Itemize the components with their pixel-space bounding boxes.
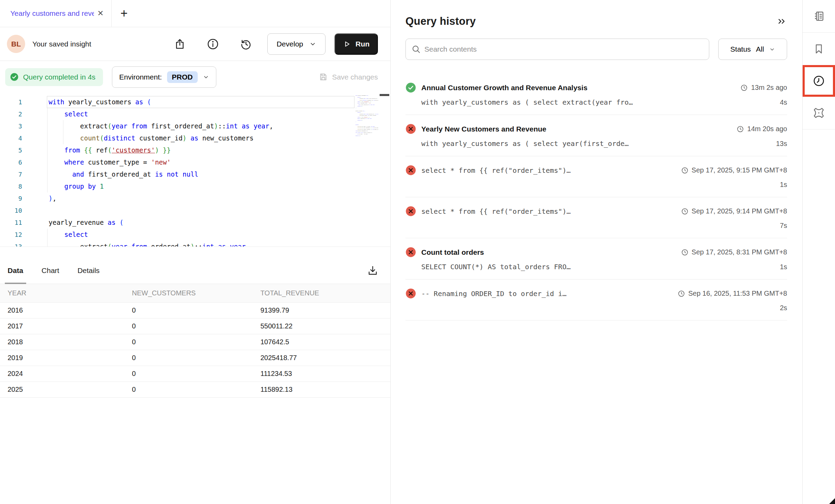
table-cell: 111234.53 [260, 370, 390, 378]
code-line: order by 1 [355, 135, 378, 136]
tab-data[interactable]: Data [8, 257, 23, 284]
query-history-item[interactable]: Annual Customer Growth and Revenue Analy… [405, 74, 787, 115]
new-tab-button[interactable]: + [112, 0, 136, 27]
check-circle-icon [10, 72, 19, 82]
line-number: 2 [0, 108, 22, 120]
clock-icon [678, 290, 685, 297]
code-text: from {{ ref('customers') }} [49, 144, 171, 156]
close-icon[interactable]: ✕ [97, 9, 104, 18]
code-line: 5 from {{ ref('customers') }} [0, 144, 390, 156]
table-cell: 2025 [0, 386, 132, 393]
tab-details[interactable]: Details [78, 257, 100, 284]
editor-scrollbar-thumb[interactable] [380, 94, 389, 96]
history-item-main-row: Yearly New Customers and Revenue14m 20s … [405, 124, 787, 134]
tab-label: Yearly customers and revenue [10, 9, 94, 18]
notebook-icon[interactable] [803, 0, 835, 32]
code-text: yearly_revenue as ( [49, 217, 123, 229]
query-history-item[interactable]: -- Renaming ORDER_ID to order_id i…Sep 1… [405, 280, 787, 321]
history-item-detail-row: 2s [405, 304, 787, 312]
table-cell: 115892.13 [260, 386, 390, 393]
panel-title: Query history [405, 15, 476, 28]
history-item-detail-row: with yearly_customers as ( select year(f… [405, 139, 787, 148]
splitter[interactable] [0, 247, 390, 257]
history-item-duration: 4s [780, 98, 787, 106]
clock-icon [681, 167, 689, 174]
code-text: ), [49, 192, 56, 204]
table-cell: 107642.5 [260, 338, 390, 346]
table-cell: 2018 [0, 338, 132, 346]
history-item-query: SELECT COUNT(*) AS total_orders FRO… [421, 263, 780, 271]
table-row: 20170550011.22 [0, 318, 390, 334]
query-history-item[interactable]: Count total ordersSep 17, 2025, 8:31 PM … [405, 238, 787, 280]
table-cell: 2024 [0, 370, 132, 378]
collapse-panel-icon[interactable] [777, 16, 787, 27]
status-filter-dropdown[interactable]: Status All [718, 39, 787, 60]
query-history-header: Query history [405, 15, 787, 28]
line-number: 3 [0, 120, 22, 132]
save-changes-button[interactable]: Save changes [319, 72, 378, 82]
history-item-detail-row: 1s [405, 181, 787, 189]
code-line: 2 select [0, 108, 390, 120]
code-text: where customer_type = 'new' [49, 156, 171, 168]
table-row: 2016091399.79 [0, 303, 390, 318]
query-history-list: Annual Customer Growth and Revenue Analy… [405, 74, 787, 321]
history-item-time: Sep 17, 2025, 8:31 PM GMT+8 [676, 248, 787, 256]
tab-chart[interactable]: Chart [42, 257, 59, 284]
right-rail [802, 0, 835, 504]
environment-label: Environment: [119, 73, 162, 81]
code-text: count(distinct customer_id) as new_custo… [49, 132, 254, 144]
tab-yearly-customers-and-revenue[interactable]: Yearly customers and revenue ✕ [0, 0, 112, 27]
share-icon[interactable] [174, 38, 186, 50]
line-number: 6 [0, 156, 22, 168]
toolbar-icon-group [174, 38, 252, 50]
history-item-time: 13m 2s ago [735, 84, 787, 92]
table-cell: 2019 [0, 354, 132, 362]
info-icon[interactable] [207, 38, 219, 50]
results-tab-bar: Data Chart Details [0, 257, 390, 284]
clock-icon [681, 249, 689, 256]
history-item-main-row: Count total ordersSep 17, 2025, 8:31 PM … [405, 247, 787, 258]
bookmark-icon[interactable] [803, 33, 835, 65]
save-changes-label: Save changes [332, 73, 378, 81]
code-text: ), [355, 107, 357, 108]
plus-icon: + [120, 6, 127, 21]
query-status-badge: Query completed in 4s [5, 68, 103, 86]
code-text: with yearly_customers as ( [49, 96, 151, 108]
history-item-duration: 1s [780, 263, 787, 271]
search-icon [411, 44, 421, 54]
table-row: 20240111234.53 [0, 366, 390, 382]
query-status-text: Query completed in 4s [23, 73, 95, 81]
code-line: 1with yearly_customers as ( [0, 96, 390, 108]
status-filter-value: All [756, 45, 764, 53]
history-item-detail-row: 7s [405, 222, 787, 230]
history-item-query: select * from {{ ref("order_items")… [421, 166, 670, 175]
table-cell: 0 [132, 306, 260, 314]
avatar: BL [7, 35, 25, 53]
editor-minimap[interactable]: with yearly_customers as ( select extrac… [355, 95, 378, 243]
dbt-icon[interactable] [803, 97, 835, 129]
clock-icon [736, 125, 744, 133]
code-text: and first_ordered_at is not null [49, 168, 198, 180]
code-text: extract(year from ordered_at)::int as ye… [49, 241, 250, 247]
line-number: 9 [0, 192, 22, 204]
table-cell: 0 [132, 386, 260, 393]
error-icon [405, 288, 416, 299]
version-history-icon[interactable] [240, 38, 252, 50]
clock-icon [740, 84, 748, 92]
query-history-item[interactable]: select * from {{ ref("order_items")…Sep … [405, 197, 787, 238]
query-history-item[interactable]: Yearly New Customers and Revenue14m 20s … [405, 115, 787, 156]
query-history-item[interactable]: select * from {{ ref("order_items")…Sep … [405, 156, 787, 197]
history-item-title: Yearly New Customers and Revenue [421, 125, 726, 133]
line-number: 8 [0, 180, 22, 192]
environment-selector[interactable]: Environment: PROD [112, 66, 216, 88]
sql-editor[interactable]: 1with yearly_customers as (2 select3 ext… [0, 93, 390, 247]
query-history-panel: Query history Status All Annual Customer… [391, 0, 802, 504]
error-icon [405, 206, 416, 217]
download-icon[interactable] [367, 265, 379, 276]
search-input[interactable] [405, 39, 709, 60]
history-item-query: with yearly_customers as ( select extrac… [421, 98, 780, 106]
run-button[interactable]: Run [334, 33, 378, 55]
query-history-icon[interactable] [803, 65, 835, 97]
line-number: 13 [0, 241, 22, 247]
develop-button[interactable]: Develop [267, 33, 326, 55]
